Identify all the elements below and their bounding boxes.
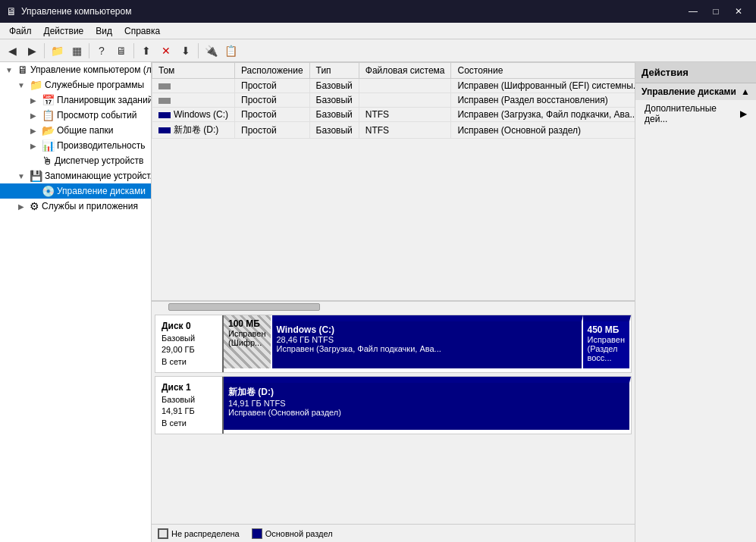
action-more[interactable]: Дополнительные дей... ▶ — [635, 100, 756, 127]
table-cell: Windows (C:) — [152, 108, 235, 122]
table-row[interactable]: Windows (C:)ПростойБазовыйNTFSИсправен (… — [152, 108, 635, 122]
expand-storage[interactable]: ▼ — [15, 170, 27, 182]
folder-icon-utilities: 📁 — [30, 79, 42, 91]
sidebar-root[interactable]: ▼ 🖥 Управление компьютером (л... — [0, 62, 151, 77]
sidebar-label-diskmgmt: Управление дисками — [57, 186, 146, 196]
sidebar-root-label: Управление компьютером (л... — [30, 64, 152, 75]
table-cell: Простой — [235, 79, 310, 93]
tb-grid[interactable]: ▦ — [67, 42, 86, 60]
table-cell: Базовый — [309, 122, 359, 139]
tb-computer[interactable]: 🖥 — [112, 42, 130, 60]
sidebar-item-services[interactable]: ▶ ⚙ Службы и приложения — [0, 199, 151, 214]
expand-events[interactable]: ▶ — [27, 109, 39, 121]
expand-perf[interactable]: ▶ — [27, 139, 39, 152]
disk-partitions: 100 МБИсправен (Шифр...Windows (C:)28,46… — [224, 315, 631, 368]
tb-import[interactable]: ⬇ — [177, 42, 195, 60]
col-tom[interactable]: Том — [152, 63, 235, 79]
app-title: Управление компьютером — [21, 6, 131, 17]
sidebar-item-scheduler[interactable]: ▶ 📅 Планировщик заданий — [0, 92, 151, 108]
scrollbar-thumb[interactable] — [168, 303, 320, 311]
sidebar-item-sharedfolders[interactable]: ▶ 📂 Общие папки — [0, 123, 151, 138]
partition[interactable]: 新加卷 (D:)14,91 ГБ NTFSИсправен (Основной … — [224, 377, 631, 430]
tb-connect[interactable]: 🔌 — [202, 42, 220, 60]
sidebar-item-eventviewer[interactable]: ▶ 📋 Просмотр событий — [0, 108, 151, 123]
tb-delete[interactable]: ✕ — [157, 42, 175, 60]
sidebar-item-utilities[interactable]: ▼ 📁 Служебные программы — [0, 77, 151, 92]
table-cell: Исправен (Раздел восстановления) — [451, 93, 635, 108]
expand-root[interactable]: ▼ — [3, 64, 15, 76]
sidebar-label-devmgr: Диспетчер устройств — [55, 155, 143, 166]
expand-utilities[interactable]: ▼ — [15, 79, 27, 91]
title-bar: 🖥 Управление компьютером — □ ✕ — [0, 0, 756, 23]
table-row[interactable]: 新加卷 (D:)ПростойБазовыйNTFSИсправен (Осно… — [152, 122, 635, 139]
storage-icon: 💾 — [30, 170, 42, 182]
menu-file[interactable]: Файл — [3, 24, 38, 38]
app-icon: 🖥 — [6, 5, 17, 17]
services-icon: ⚙ — [30, 200, 39, 212]
sidebar-label-storage: Запоминающие устройст... — [45, 171, 152, 181]
tb-up[interactable]: 📁 — [48, 42, 66, 60]
disk-info: Диск 1Базовый14,91 ГБВ сети — [155, 377, 224, 434]
partition[interactable]: 450 МБИсправен (Раздел восс... — [583, 315, 632, 368]
col-rasp[interactable]: Расположение — [235, 63, 310, 79]
legend-unallocated: Не распределена — [158, 528, 240, 539]
table-row[interactable]: ПростойБазовыйИсправен (Шифрованный (EFI… — [152, 79, 635, 93]
disk-row: Диск 1Базовый14,91 ГБВ сети新加卷 (D:)14,91… — [155, 376, 632, 434]
sidebar: ▼ 🖥 Управление компьютером (л... ▼ 📁 Слу… — [0, 62, 152, 542]
col-state[interactable]: Состояние — [451, 63, 635, 79]
scrollbar[interactable] — [152, 301, 635, 312]
tb-back[interactable]: ◀ — [3, 42, 21, 60]
sidebar-label-services: Службы и приложения — [42, 201, 138, 211]
devmgr-icon: 🖱 — [42, 155, 52, 167]
table-row[interactable]: ПростойБазовыйИсправен (Раздел восстанов… — [152, 93, 635, 108]
menu-view[interactable]: Вид — [89, 24, 118, 38]
actions-title: Действия — [635, 62, 756, 83]
table-cell: Базовый — [309, 79, 359, 93]
tb-disconnect[interactable]: 📋 — [221, 42, 240, 60]
minimize-button[interactable]: — — [682, 0, 704, 23]
sidebar-label-perf: Производительность — [57, 140, 145, 151]
disk-table-area[interactable]: Том Расположение Тип Файловая система Со… — [152, 62, 635, 301]
col-fs[interactable]: Файловая система — [359, 63, 451, 79]
tb-sep1 — [44, 43, 45, 58]
tb-help[interactable]: ? — [93, 42, 111, 60]
table-cell: Простой — [235, 93, 310, 108]
tb-export[interactable]: ⬆ — [137, 42, 155, 60]
table-cell — [359, 93, 451, 108]
close-button[interactable]: ✕ — [727, 0, 750, 23]
right-panel: Действия Управление дисками ▲ Дополнител… — [635, 62, 756, 542]
table-cell: 新加卷 (D:) — [152, 122, 235, 139]
legend-unallocated-color — [158, 528, 168, 539]
partition[interactable]: 100 МБИсправен (Шифр... — [224, 315, 272, 368]
table-cell — [359, 79, 451, 93]
partition[interactable]: Windows (C:)28,46 ГБ NTFSИсправен (Загру… — [272, 315, 583, 368]
action-section-diskmgmt[interactable]: Управление дисками ▲ — [635, 83, 756, 100]
tb-sep2 — [89, 43, 89, 58]
expand-services[interactable]: ▶ — [15, 200, 27, 212]
sidebar-item-devmgr[interactable]: 🖱 Диспетчер устройств — [0, 153, 151, 168]
legend-primary: Основной раздел — [252, 528, 333, 539]
sidebar-item-storage[interactable]: ▼ 💾 Запоминающие устройст... — [0, 168, 151, 183]
maximize-button[interactable]: □ — [704, 0, 727, 23]
scheduler-icon: 📅 — [42, 94, 55, 106]
menu-help[interactable]: Справка — [118, 24, 166, 38]
disk-visual-area: Диск 0Базовый29,00 ГБВ сети100 МБИсправе… — [152, 312, 635, 524]
menu-action[interactable]: Действие — [38, 24, 90, 38]
sidebar-item-diskmgmt[interactable]: 💿 Управление дисками — [0, 183, 151, 199]
sidebar-item-perf[interactable]: ▶ 📊 Производительность — [0, 138, 151, 153]
col-tip[interactable]: Тип — [309, 63, 359, 79]
title-bar-controls: — □ ✕ — [682, 0, 750, 23]
disk-partitions: 新加卷 (D:)14,91 ГБ NTFSИсправен (Основной … — [224, 377, 631, 430]
table-cell — [152, 79, 235, 93]
table-cell: NTFS — [359, 122, 451, 139]
computer-icon: 🖥 — [17, 64, 28, 76]
expand-shared[interactable]: ▶ — [27, 124, 39, 136]
sidebar-label-events: Просмотр событий — [57, 110, 136, 121]
sidebar-label-scheduler: Планировщик заданий — [57, 95, 152, 105]
tb-sep4 — [198, 43, 199, 58]
legend-primary-label: Основной раздел — [265, 529, 333, 538]
tb-forward[interactable]: ▶ — [23, 42, 41, 60]
table-cell — [152, 93, 235, 108]
expand-scheduler[interactable]: ▶ — [27, 94, 39, 106]
toolbar: ◀ ▶ 📁 ▦ ? 🖥 ⬆ ✕ ⬇ 🔌 📋 — [0, 39, 756, 62]
